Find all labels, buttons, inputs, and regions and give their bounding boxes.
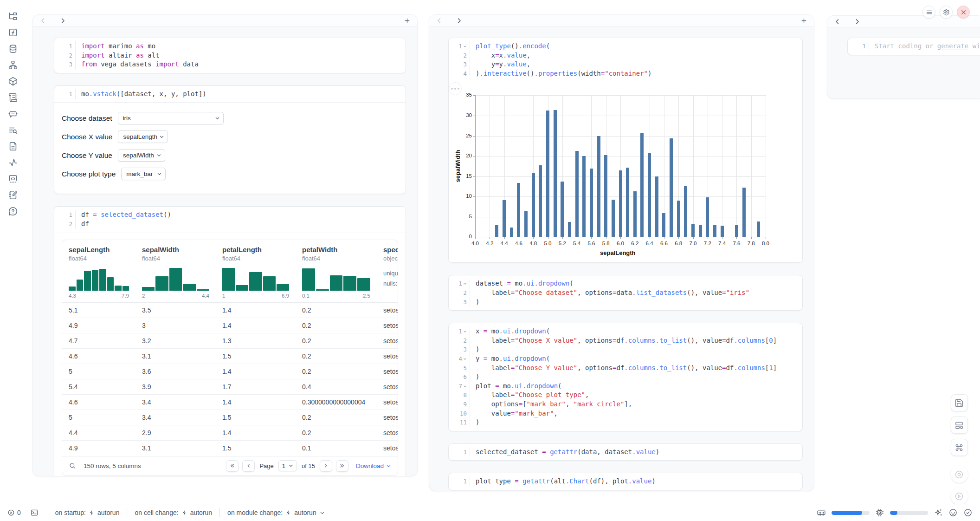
error-count[interactable]: 0 xyxy=(7,509,21,516)
close-button[interactable] xyxy=(957,6,970,19)
prev-page-button[interactable] xyxy=(242,460,255,472)
code-line[interactable]: 2 label="Choose X value", options=df.col… xyxy=(453,336,798,345)
column-header-sepalLength[interactable]: sepalLengthfloat644.37.9 xyxy=(62,240,135,302)
page-label: Page xyxy=(259,462,273,469)
terminal-button[interactable] xyxy=(30,508,39,517)
ai-sparkles-icon[interactable] xyxy=(934,508,943,517)
table-row: 5.13.51.40.2setos xyxy=(62,303,398,318)
dependency-graph-icon[interactable] xyxy=(8,60,18,70)
code-line[interactable]: 11) xyxy=(453,418,798,427)
code-line[interactable]: 1dataset = mo.ui.dropdown( xyxy=(453,279,798,288)
code-line[interactable]: 2 label="Choose dataset", options=data.l… xyxy=(453,288,798,298)
code-cell-imports[interactable]: 1import marimo as mo2import altair as al… xyxy=(54,38,406,73)
y-value-label: Choose Y value xyxy=(62,151,112,160)
keyboard-shortcuts-button[interactable] xyxy=(951,439,968,456)
scroll-right-button[interactable] xyxy=(854,18,861,25)
first-page-button[interactable] xyxy=(226,460,239,472)
y-tick-label: 10 xyxy=(460,193,472,199)
plot-type-select[interactable]: mark_bar xyxy=(121,168,166,180)
empty-code-cell[interactable]: 1 Start coding or generate with xyxy=(847,38,980,55)
code-line[interactable]: 3) xyxy=(453,345,798,354)
x-tick-label: 4.8 xyxy=(525,241,541,246)
runtime-config-item[interactable]: on startup:autorun xyxy=(55,509,120,516)
dataset-select[interactable]: iris xyxy=(118,112,224,124)
chat-bot-icon[interactable] xyxy=(8,109,18,119)
last-page-button[interactable] xyxy=(336,460,348,472)
code-cell-dataframe[interactable]: 1df = selected_dataset()2df sepalLengthf… xyxy=(54,206,406,476)
download-button[interactable]: Download xyxy=(356,462,391,469)
package-cube-icon[interactable] xyxy=(8,76,18,86)
code-line[interactable]: 7plot = mo.ui.dropdown( xyxy=(453,382,798,391)
chart-bar xyxy=(757,221,760,237)
code-line[interactable]: 5 label="Choose Y value", options=df.col… xyxy=(453,364,798,373)
column-header-petalLength[interactable]: petalLengthfloat6416.9 xyxy=(216,240,296,302)
code-line[interactable]: 4y = mo.ui.dropdown( xyxy=(453,354,798,364)
code-line[interactable]: 9 options=["mark_bar", "mark_circle"], xyxy=(453,400,798,409)
connection-check-icon[interactable] xyxy=(963,508,973,517)
help-question-icon[interactable] xyxy=(8,206,18,216)
y-value-select[interactable]: sepalWidth xyxy=(118,149,165,162)
notebook-pen-icon[interactable] xyxy=(8,190,18,200)
scroll-logs-icon[interactable] xyxy=(8,92,18,103)
code-line[interactable]: 8 label="Choose plot type", xyxy=(453,391,798,400)
page-select[interactable]: 1 xyxy=(278,460,297,471)
code-line[interactable]: 1import marimo as mo xyxy=(59,42,401,51)
column-histogram xyxy=(69,267,129,291)
column-header-speci[interactable]: speciobjecuniqunulls: xyxy=(377,240,398,302)
x-value-select[interactable]: sepalLength xyxy=(118,130,168,143)
code-line[interactable]: 4).interactive().properties(width="conta… xyxy=(453,69,798,78)
layout-button[interactable] xyxy=(951,417,968,434)
code-line[interactable]: 1selected_dataset = getattr(data, datase… xyxy=(453,448,798,457)
code-line[interactable]: 2 x=x.value, xyxy=(453,51,798,60)
code-line[interactable]: 6) xyxy=(453,372,798,382)
settings-gear-button[interactable] xyxy=(940,6,953,19)
file-tree-icon[interactable] xyxy=(8,11,18,21)
search-list-icon[interactable] xyxy=(8,125,18,135)
code-line[interactable]: 1df = selected_dataset() xyxy=(59,210,401,220)
code-cell-xy-plot-dropdowns[interactable]: 1x = mo.ui.dropdown(2 label="Choose X va… xyxy=(448,323,803,431)
column-histogram xyxy=(142,267,209,291)
code-line[interactable]: 3) xyxy=(453,298,798,307)
code-line[interactable]: 2df xyxy=(59,220,401,229)
add-cell-button[interactable] xyxy=(800,17,807,24)
scroll-left-button[interactable] xyxy=(834,18,841,25)
scroll-right-button[interactable] xyxy=(59,17,66,24)
code-cell-vstack[interactable]: 1mo.vstack([dataset, x, y, plot]) Choose… xyxy=(54,85,406,195)
runtime-config-item[interactable]: on cell change:autorun xyxy=(135,509,212,516)
next-page-button[interactable] xyxy=(320,460,332,472)
table-row: 53.41.50.2setos xyxy=(62,410,398,425)
run-button[interactable] xyxy=(951,488,968,505)
scroll-left-button[interactable] xyxy=(436,17,443,24)
function-square-icon[interactable] xyxy=(8,27,18,38)
column-header-sepalWidth[interactable]: sepalWidthfloat6424.4 xyxy=(135,240,216,302)
search-icon[interactable] xyxy=(69,462,76,469)
y-tick-label: 35 xyxy=(460,92,472,98)
code-square-icon[interactable] xyxy=(8,174,18,184)
database-icon[interactable] xyxy=(8,44,18,54)
code-line[interactable]: 3from vega_datasets import data xyxy=(59,60,401,69)
add-cell-button[interactable] xyxy=(404,17,411,24)
scroll-right-button[interactable] xyxy=(456,17,463,24)
code-line[interactable]: 1mo.vstack([dataset, x, y, plot]) xyxy=(59,90,401,99)
tracing-activity-icon[interactable] xyxy=(8,157,18,168)
copilot-bot-icon[interactable] xyxy=(948,508,958,517)
runtime-config-item[interactable]: on module change:autorun xyxy=(227,509,325,516)
column-header-petalWidth[interactable]: petalWidthfloat640.12.5 xyxy=(296,240,377,302)
code-line[interactable]: 1x = mo.ui.dropdown( xyxy=(453,327,798,336)
code-cell-dataset-dropdown[interactable]: 1dataset = mo.ui.dropdown(2 label="Choos… xyxy=(448,275,803,311)
code-cell-plot-type[interactable]: 1plot_type = getattr(alt.Chart(df), plot… xyxy=(448,473,803,490)
code-line[interactable]: 2import altair as alt xyxy=(59,51,401,60)
code-line[interactable]: 10 value="mark_bar", xyxy=(453,409,798,418)
code-line[interactable]: 3 y=y.value, xyxy=(453,60,798,69)
code-placeholder[interactable]: Start coding or generate with xyxy=(875,42,980,50)
snippets-document-icon[interactable] xyxy=(8,141,18,151)
scroll-left-button[interactable] xyxy=(39,17,46,24)
stop-button[interactable] xyxy=(951,466,968,483)
code-line[interactable]: 1plot_type = getattr(alt.Chart(df), plot… xyxy=(453,477,798,486)
code-line[interactable]: 1plot_type().encode( xyxy=(453,42,798,51)
generate-link[interactable]: generate xyxy=(937,42,968,50)
save-button[interactable] xyxy=(951,394,968,411)
code-cell-plot[interactable]: 1plot_type().encode(2 x=x.value,3 y=y.va… xyxy=(448,38,803,263)
menu-button[interactable] xyxy=(922,6,935,19)
code-cell-selected-dataset[interactable]: 1selected_dataset = getattr(data, datase… xyxy=(448,443,803,461)
